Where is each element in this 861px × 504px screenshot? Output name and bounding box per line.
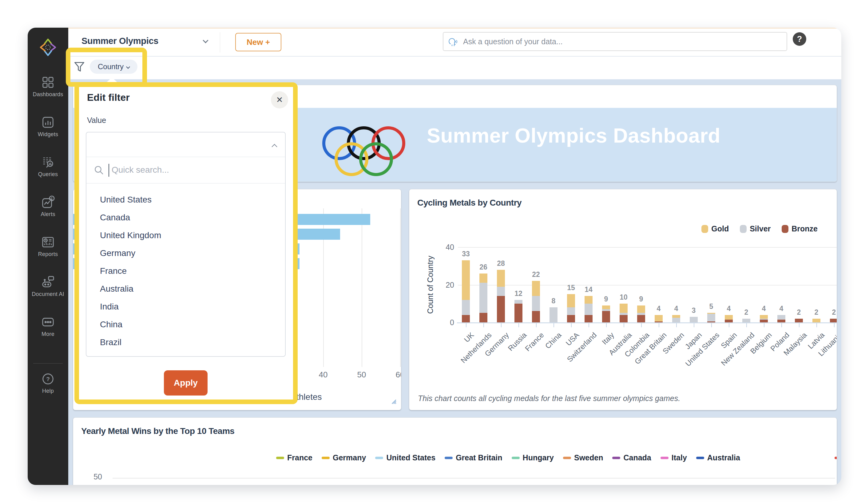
gridline: [458, 285, 837, 285]
legend-swatch: [782, 225, 789, 233]
yearly-widget: Yearly Metal Wins by the Top 10 Teams Fr…: [73, 417, 837, 485]
bar-segment-bronze: [515, 304, 522, 322]
bar-segment-bronze: [567, 315, 575, 323]
chevron-down-icon[interactable]: [203, 38, 208, 43]
legend-item-canada[interactable]: Canada: [612, 453, 651, 462]
legend-item-united-states[interactable]: United States: [375, 453, 435, 462]
filter-funnel-icon[interactable]: [74, 61, 85, 73]
legend-swatch: [612, 457, 620, 459]
legend-label: Hungary: [523, 453, 554, 462]
option-china[interactable]: China: [86, 316, 285, 333]
legend-item-france[interactable]: France: [276, 453, 312, 462]
apply-button[interactable]: Apply: [164, 370, 208, 395]
bar-segment-silver: [690, 317, 698, 322]
x-category-label: France: [523, 331, 546, 353]
legend-swatch: [696, 457, 704, 459]
bar-segment-silver: [602, 309, 610, 311]
quick-search-input[interactable]: [111, 161, 277, 179]
sidebar-item-label: More: [28, 331, 68, 337]
bar-segment-bronze: [585, 315, 592, 323]
widgets-chart-icon: [41, 125, 55, 130]
legend-item-bronze[interactable]: Bronze: [782, 224, 818, 233]
sidebar-item-widgets[interactable]: Widgets: [28, 115, 68, 142]
bar-segment-silver: [549, 307, 558, 322]
bar-value-label: 4: [667, 305, 685, 313]
x-tick-mark: [641, 323, 642, 327]
cycling-chart-title: Cycling Metals by Country: [417, 198, 521, 208]
bar-segment-bronze: [497, 296, 505, 322]
bar-segment-silver: [532, 296, 540, 311]
legend-item-gold[interactable]: Gold: [701, 224, 729, 233]
option-canada[interactable]: Canada: [86, 209, 285, 226]
sisense-logo-icon: [38, 38, 58, 57]
sidebar-item-document-ai[interactable]: Document AI: [28, 275, 68, 302]
x-tick-mark: [518, 323, 519, 327]
new-button[interactable]: New +: [235, 33, 282, 51]
gridline: [112, 478, 835, 478]
x-tick-mark: [694, 323, 694, 327]
sidebar-item-help[interactable]: ?Help: [28, 372, 68, 398]
voice-question-icon: [448, 37, 459, 48]
queries-search-icon: [41, 165, 55, 170]
x-category-label: UK: [462, 331, 475, 344]
x-category-label: Russia: [506, 331, 528, 353]
legend-item-silver[interactable]: Silver: [740, 224, 770, 233]
legend-label: Gold: [711, 224, 729, 233]
option-brazil[interactable]: Brazil: [86, 333, 285, 351]
sidebar-divider: [33, 363, 63, 364]
help-badge-icon[interactable]: ?: [793, 32, 806, 46]
legend-label: Silver: [750, 224, 770, 233]
chevron-up-icon: [272, 144, 277, 149]
bar-segment-bronze: [760, 320, 768, 322]
legend-item-australia[interactable]: Australia: [696, 453, 740, 462]
legend-label: Australia: [707, 453, 740, 462]
ask-data-searchbar[interactable]: [443, 32, 787, 51]
sidebar-item-label: Dashboards: [28, 91, 68, 98]
option-united-states[interactable]: United States: [86, 191, 285, 209]
bar-value-label: 5: [702, 303, 721, 311]
value-combobox: United StatesCanadaUnited KingdomGermany…: [86, 132, 286, 357]
bar-segment-silver: [515, 300, 522, 304]
bar-segment-bronze: [532, 311, 540, 322]
filter-chip-country[interactable]: Country: [90, 60, 137, 74]
chevron-down-icon: [126, 65, 130, 69]
sidebar-item-label: Help: [28, 388, 68, 394]
legend-item-hungary[interactable]: Hungary: [512, 453, 554, 462]
sidebar-item-dashboards[interactable]: Dashboards: [28, 75, 68, 102]
x-tick-label: 40: [319, 370, 328, 380]
combobox-selected-area[interactable]: [86, 132, 285, 157]
legend-item-great-britain[interactable]: Great Britain: [445, 453, 502, 462]
legend-item-sweden[interactable]: Sweden: [563, 453, 603, 462]
yearly-chart-title: Yearly Metal Wins by the Top 10 Teams: [81, 426, 234, 436]
x-tick-mark: [834, 323, 835, 327]
sidebar-item-alerts[interactable]: Alerts: [28, 195, 68, 222]
bar-segment-bronze: [725, 320, 733, 322]
option-germany[interactable]: Germany: [86, 244, 285, 262]
gridline: [400, 208, 401, 367]
close-icon[interactable]: ✕: [271, 91, 288, 109]
search-input[interactable]: [463, 33, 776, 50]
option-australia[interactable]: Australia: [86, 280, 285, 298]
olympic-rings-icon: [319, 125, 414, 180]
quick-search-row: [86, 157, 285, 183]
legend-swatch: [660, 457, 669, 459]
legend-item-germany[interactable]: Germany: [322, 453, 366, 462]
bar-segment-silver: [742, 319, 750, 322]
sidebar-item-more[interactable]: More: [28, 315, 68, 341]
cycling-footnote: This chart counts all cycling medals for…: [418, 394, 680, 403]
dashboard-title-dropdown[interactable]: Summer Olympics: [81, 36, 159, 46]
bar-segment-silver: [585, 304, 592, 315]
sidebar-item-reports[interactable]: Reports: [28, 235, 68, 262]
legend-item-italy[interactable]: Italy: [660, 453, 687, 462]
widget-resize-handle[interactable]: [389, 396, 397, 404]
option-united-kingdom[interactable]: United Kingdom: [86, 226, 285, 244]
x-tick-label: 60: [396, 370, 401, 380]
option-india[interactable]: India: [86, 298, 285, 316]
bar-segment-gold: [479, 274, 487, 283]
bar-segment-gold: [655, 315, 663, 321]
option-france[interactable]: France: [86, 262, 285, 280]
x-tick-mark: [624, 323, 624, 327]
sidebar-item-queries[interactable]: Queries: [28, 155, 68, 182]
gridline: [361, 208, 362, 367]
bar-value-label: 9: [597, 295, 615, 303]
